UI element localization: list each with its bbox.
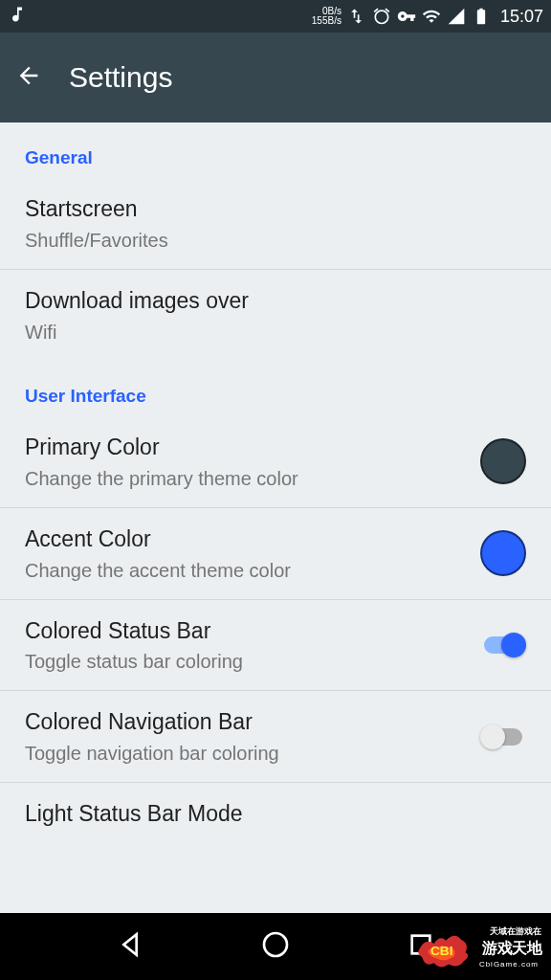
setting-subtitle: Change the accent theme color (25, 560, 480, 582)
nav-back-button[interactable] (115, 929, 145, 964)
statusbar-toggle[interactable] (480, 634, 526, 657)
page-title: Settings (69, 61, 172, 94)
settings-content: General Startscreen Shuffle/Favorites Do… (0, 122, 551, 846)
setting-title: Light Status Bar Mode (25, 800, 526, 829)
music-icon (8, 5, 27, 29)
setting-title: Primary Color (25, 434, 480, 462)
network-speed: 0B/s 155B/s (312, 7, 342, 26)
battery-icon (472, 7, 491, 26)
nav-home-button[interactable] (260, 929, 291, 964)
setting-title: Download images over (25, 287, 526, 316)
navbar-toggle[interactable] (480, 725, 526, 748)
setting-light-statusbar[interactable]: Light Status Bar Mode (0, 783, 551, 846)
alarm-icon (372, 7, 391, 26)
vpn-key-icon (397, 7, 416, 26)
setting-subtitle: Change the primary theme color (25, 468, 480, 490)
setting-download-images[interactable]: Download images over Wifi (0, 270, 551, 361)
data-arrows-icon (347, 7, 366, 26)
wifi-icon (422, 7, 441, 26)
setting-colored-statusbar[interactable]: Colored Status Bar Toggle status bar col… (0, 600, 551, 692)
signal-icon (447, 7, 466, 26)
primary-color-swatch (480, 438, 526, 484)
setting-accent-color[interactable]: Accent Color Change the accent theme col… (0, 508, 551, 600)
clock-time: 15:07 (500, 7, 543, 27)
watermark-url: CbiGame.com (476, 960, 541, 969)
accent-color-swatch (480, 530, 526, 576)
setting-subtitle: Toggle navigation bar coloring (25, 743, 480, 765)
status-bar: 0B/s 155B/s 15:07 (0, 0, 551, 33)
status-icons: 0B/s 155B/s 15:07 (312, 7, 543, 27)
section-general-header: General (0, 122, 551, 178)
watermark-top: 天域在游戏在 (490, 925, 541, 938)
watermark-cn: 游戏天地 (482, 939, 541, 959)
setting-startscreen[interactable]: Startscreen Shuffle/Favorites (0, 178, 551, 270)
setting-title: Colored Status Bar (25, 617, 480, 646)
setting-primary-color[interactable]: Primary Color Change the primary theme c… (0, 416, 551, 508)
network-down: 155B/s (312, 16, 342, 26)
flame-icon: CBI (413, 921, 473, 972)
setting-title: Startscreen (25, 195, 526, 224)
section-ui-header: User Interface (0, 361, 551, 416)
setting-title: Accent Color (25, 525, 480, 554)
back-button[interactable] (15, 62, 42, 93)
setting-colored-navbar[interactable]: Colored Navigation Bar Toggle navigation… (0, 691, 551, 783)
svg-point-0 (264, 933, 287, 956)
setting-subtitle: Wifi (25, 322, 526, 344)
watermark: CBI 天域在游戏在 游戏天地 CbiGame.com (413, 921, 541, 972)
app-bar: Settings (0, 33, 551, 122)
setting-subtitle: Toggle status bar coloring (25, 651, 480, 673)
setting-title: Colored Navigation Bar (25, 708, 480, 737)
setting-subtitle: Shuffle/Favorites (25, 230, 526, 252)
svg-text:CBI: CBI (430, 944, 452, 958)
